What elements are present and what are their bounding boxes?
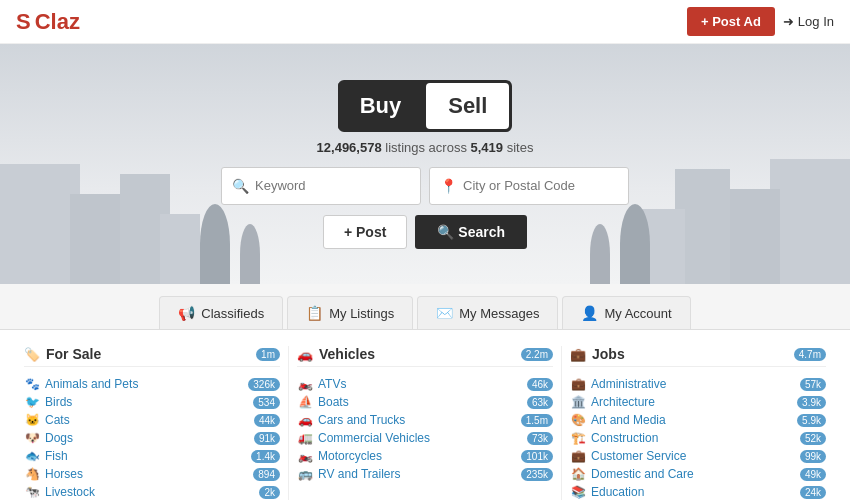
list-item[interactable]: 🐾 Animals and Pets 326k — [24, 375, 280, 393]
fish-link[interactable]: Fish — [45, 449, 68, 463]
motorcycles-count: 101k — [521, 450, 553, 463]
customer-service-link[interactable]: Customer Service — [591, 449, 686, 463]
my-messages-icon: ✉️ — [436, 305, 453, 321]
boats-icon: ⛵ — [297, 395, 313, 409]
buy-label: Buy — [338, 83, 424, 129]
list-item[interactable]: 💼 Customer Service 99k — [570, 447, 826, 465]
column-for-sale: 🏷️ For Sale 1m 🐾 Animals and Pets 326k 🐦… — [16, 346, 289, 500]
list-item[interactable]: 🚌 RV and Trailers 235k — [297, 465, 553, 483]
cars-count: 1.5m — [521, 414, 553, 427]
birds-count: 534 — [253, 396, 280, 409]
list-item[interactable]: 🐴 Horses 894 — [24, 465, 280, 483]
architecture-link[interactable]: Architecture — [591, 395, 655, 409]
header: S Claz + Post Ad ➜ Log In — [0, 0, 850, 44]
animals-icon: 🐾 — [24, 377, 40, 391]
motorcycles-icon: 🏍️ — [297, 449, 313, 463]
animals-count: 326k — [248, 378, 280, 391]
cats-count: 44k — [254, 414, 280, 427]
cars-link[interactable]: Cars and Trucks — [318, 413, 405, 427]
header-actions: + Post Ad ➜ Log In — [687, 7, 834, 36]
search-bar: 🔍 📍 — [221, 167, 629, 205]
list-item[interactable]: 🎨 Art and Media 5.9k — [570, 411, 826, 429]
list-item[interactable]: 🏠 Domestic and Care 49k — [570, 465, 826, 483]
admin-link[interactable]: Administrative — [591, 377, 666, 391]
architecture-count: 3.9k — [797, 396, 826, 409]
motorcycles-link[interactable]: Motorcycles — [318, 449, 382, 463]
search-button[interactable]: 🔍 Search — [415, 215, 527, 249]
rv-icon: 🚌 — [297, 467, 313, 481]
commercial-link[interactable]: Commercial Vehicles — [318, 431, 430, 445]
livestock-link[interactable]: Livestock — [45, 485, 95, 499]
list-item[interactable]: 🏗️ Construction 52k — [570, 429, 826, 447]
dogs-icon: 🐶 — [24, 431, 40, 445]
atvs-icon: 🏍️ — [297, 377, 313, 391]
commercial-count: 73k — [527, 432, 553, 445]
list-item[interactable]: ⛵ Boats 63k — [297, 393, 553, 411]
logo[interactable]: S Claz — [16, 9, 80, 35]
tabs-bar: 📢 Classifieds 📋 My Listings ✉️ My Messag… — [0, 284, 850, 330]
sell-label: Sell — [426, 83, 509, 129]
list-item[interactable]: 🏍️ ATVs 46k — [297, 375, 553, 393]
login-button[interactable]: ➜ Log In — [783, 14, 834, 29]
boats-link[interactable]: Boats — [318, 395, 349, 409]
birds-link[interactable]: Birds — [45, 395, 72, 409]
for-sale-icon: 🏷️ — [24, 347, 40, 362]
admin-count: 57k — [800, 378, 826, 391]
for-sale-count: 1m — [256, 348, 280, 361]
dogs-count: 91k — [254, 432, 280, 445]
post-ad-button[interactable]: + Post Ad — [687, 7, 775, 36]
domestic-link[interactable]: Domestic and Care — [591, 467, 694, 481]
post-button[interactable]: + Post — [323, 215, 407, 249]
boats-count: 63k — [527, 396, 553, 409]
atvs-link[interactable]: ATVs — [318, 377, 346, 391]
list-item[interactable]: 🚛 Commercial Vehicles 73k — [297, 429, 553, 447]
tab-classifieds[interactable]: 📢 Classifieds — [159, 296, 283, 329]
horses-link[interactable]: Horses — [45, 467, 83, 481]
location-input-wrap: 📍 — [429, 167, 629, 205]
categories-section: 🏷️ For Sale 1m 🐾 Animals and Pets 326k 🐦… — [0, 330, 850, 500]
vehicles-title: Vehicles — [319, 346, 375, 362]
vehicles-count: 2.2m — [521, 348, 553, 361]
list-item[interactable]: 🏛️ Architecture 3.9k — [570, 393, 826, 411]
logo-icon: S — [16, 9, 31, 35]
vehicles-icon: 🚗 — [297, 347, 313, 362]
education-icon: 📚 — [570, 485, 586, 499]
dogs-link[interactable]: Dogs — [45, 431, 73, 445]
cats-link[interactable]: Cats — [45, 413, 70, 427]
construction-link[interactable]: Construction — [591, 431, 658, 445]
tab-my-account[interactable]: 👤 My Account — [562, 296, 690, 329]
horses-icon: 🐴 — [24, 467, 40, 481]
list-item[interactable]: 🚗 Cars and Trucks 1.5m — [297, 411, 553, 429]
list-item[interactable]: 🐶 Dogs 91k — [24, 429, 280, 447]
atvs-count: 46k — [527, 378, 553, 391]
education-link[interactable]: Education — [591, 485, 644, 499]
list-item[interactable]: 📚 Education 24k — [570, 483, 826, 500]
rv-link[interactable]: RV and Trailers — [318, 467, 400, 481]
list-item[interactable]: 🐄 Livestock 2k — [24, 483, 280, 500]
animals-link[interactable]: Animals and Pets — [45, 377, 138, 391]
location-icon: 📍 — [440, 178, 457, 194]
vehicles-header: 🚗 Vehicles 2.2m — [297, 346, 553, 367]
art-count: 5.9k — [797, 414, 826, 427]
keyword-input-wrap: 🔍 — [221, 167, 421, 205]
architecture-icon: 🏛️ — [570, 395, 586, 409]
column-jobs: 💼 Jobs 4.7m 💼 Administrative 57k 🏛️ Arch… — [562, 346, 834, 500]
list-item[interactable]: 🏍️ Motorcycles 101k — [297, 447, 553, 465]
tab-my-listings[interactable]: 📋 My Listings — [287, 296, 413, 329]
birds-icon: 🐦 — [24, 395, 40, 409]
tab-my-messages[interactable]: ✉️ My Messages — [417, 296, 558, 329]
list-item[interactable]: 🐱 Cats 44k — [24, 411, 280, 429]
keyword-input[interactable] — [255, 178, 415, 193]
list-item[interactable]: 🐦 Birds 534 — [24, 393, 280, 411]
jobs-count: 4.7m — [794, 348, 826, 361]
construction-count: 52k — [800, 432, 826, 445]
classifieds-icon: 📢 — [178, 305, 195, 321]
hero-section: Buy Sell 12,496,578 listings across 5,41… — [0, 44, 850, 284]
list-item[interactable]: 🐟 Fish 1.4k — [24, 447, 280, 465]
list-item[interactable]: 💼 Administrative 57k — [570, 375, 826, 393]
fish-icon: 🐟 — [24, 449, 40, 463]
jobs-header: 💼 Jobs 4.7m — [570, 346, 826, 367]
jobs-icon: 💼 — [570, 347, 586, 362]
location-input[interactable] — [463, 178, 623, 193]
art-link[interactable]: Art and Media — [591, 413, 666, 427]
